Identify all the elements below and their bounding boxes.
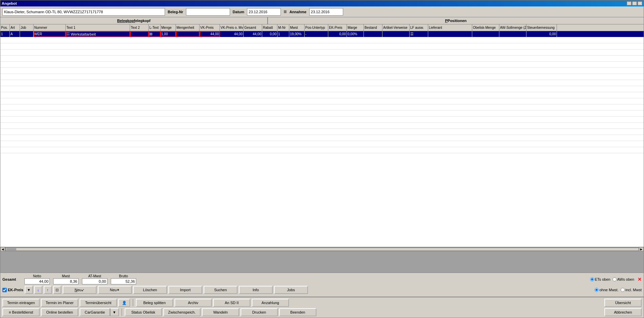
termin-planer-label: Termin im Planer [46,301,74,305]
abbrechen-button[interactable]: Abbrechen [604,308,642,316]
scroll-left-btn[interactable]: ◄ [0,247,5,251]
cell-marge: 0,00% [347,31,364,37]
wandeln-button[interactable]: Wandeln [202,308,239,316]
col-header-nummer: Nummer [34,24,66,31]
col-header-rabatt: Rabatt [262,24,277,31]
right-options: ETs oben AWs oben ✕ [590,277,642,282]
scrollbar-thumb[interactable] [6,248,16,251]
online-bestellen-button[interactable]: Online bestellen [41,308,78,316]
anzahlung-label: Anzahlung [262,301,279,305]
grid-scroll[interactable]: 1 A WER ☷ Werkstattarbeit ⊞ 1,00 [0,31,644,247]
uebersicht-button[interactable]: Übersicht [604,299,642,307]
horizontal-scrollbar[interactable]: ◄ ► [0,247,644,251]
scroll-right-btn[interactable]: ► [639,247,644,251]
status-obelisk-label: Status Obelisk [131,310,155,314]
image-button[interactable]: ⊡ [53,286,61,294]
close-button[interactable]: ✕ [638,1,642,5]
annahme-label: Annahme [289,10,306,14]
person-button[interactable]: 👤 [118,299,130,307]
termin-planer-button[interactable]: Termin im Planer [41,299,78,307]
totals-row: Gesamt Netto 44,00 Mwst 8,36 AT-Mwst [2,274,642,284]
cell-lfausw: ☰ [410,31,428,37]
table-row [0,147,644,153]
status-obelisk-button[interactable]: Status Obelisk [125,308,162,316]
person-icon: 👤 [122,301,127,305]
ekpreis-dropdown-button[interactable]: ▼ [25,286,33,294]
brutto-value: 52,36 [111,278,136,284]
col-header-awsoll: AW-Sollmenge (Ze [499,24,526,31]
at-mwst-group: AT-Mwst 0,00 [82,274,107,284]
minimize-button[interactable]: ─ [627,1,631,5]
termin-eintragen-button[interactable]: Termin eintragen [2,299,40,307]
cell-nummer: WER [34,31,66,37]
col-header-posuntertyp: Pos-Untertyp [305,24,328,31]
uebersicht-label: Übersicht [615,301,631,305]
menu-icon[interactable]: ≡ [284,9,287,15]
ets-oben-radio-item[interactable]: ETs oben [590,277,610,281]
archiv-button[interactable]: Archiv [174,299,212,307]
button-row: EK-Preis ▼ ↓ ↑ ⊡ Neu↙ Neu✶ [2,286,642,294]
netto-group: Netto 44,00 [24,274,50,284]
scrollbar-track[interactable] [5,247,639,251]
aws-oben-radio[interactable] [612,277,617,281]
anzahlung-button[interactable]: Anzahlung [252,299,289,307]
zwischenspeich-button[interactable]: Zwischenspeich. [163,308,201,316]
neu-kreuz-button[interactable]: Neu✶ [98,286,132,294]
col-header-text2: Text 2 [130,24,149,31]
table-row [0,74,644,80]
col-header-bestand: Bestand [364,24,382,31]
aws-oben-radio-item[interactable]: AWs oben [612,277,634,281]
ohne-mwst-item[interactable]: ohne Mwst. [595,288,618,292]
main-area: Belegkopfelegkopf PPositionen Pos. Art J… [0,17,644,297]
jobs-button[interactable]: Jobs [274,286,308,294]
table-row [0,49,644,56]
ets-oben-radio[interactable] [590,277,594,281]
drucken-button[interactable]: Drucken [241,308,278,316]
incl-mwst-item[interactable]: incl. Mwst [621,288,642,292]
positionen-header: PPositionen [268,17,644,24]
annahme-field[interactable]: 23.12.2016 [309,8,343,16]
ekpreis-checkbox[interactable] [2,288,7,292]
text1-icon: ☷ [66,32,70,36]
beleg-nr-field[interactable] [186,8,230,16]
cell-bestand [364,31,382,37]
cargarantie-button[interactable]: CarGarantie [80,308,110,316]
cell-steuer: 0,00 [526,31,557,37]
col-header-mengenh: Mengenheit [176,24,200,31]
arrow-down-icon: ↓ [37,288,39,292]
cell-text2 [130,31,149,37]
terminuebersicht-button[interactable]: Terminübersicht [80,299,117,307]
suchen-button[interactable]: Suchen [204,286,237,294]
table-row [0,104,644,111]
col-header-mwst: Mwst [289,24,305,31]
loeschen-button[interactable]: Löschen [133,286,167,294]
col-header-text1: Text 1 [66,24,130,31]
suchen-label: Suchen [214,288,227,292]
beleg-splitten-button[interactable]: Beleg splitten [136,299,173,307]
customer-field[interactable]: Klaus-Dieter, Schumann OD-TL 80, WVWZZZ1… [2,8,165,16]
info-button[interactable]: Info [239,286,273,294]
bestelldienst-button[interactable]: ≡ Bestelldienst [2,308,40,316]
lfausw-icon: ☰ [410,32,414,36]
ohne-mwst-radio[interactable] [595,288,599,292]
datum-field[interactable]: 23.12.2016 [247,8,281,16]
beenden-button[interactable]: Beenden [279,308,316,316]
col-header-obel: Obelisk-Menge [472,24,499,31]
incl-mwst-radio[interactable] [621,288,625,292]
drucken-label: Drucken [252,310,266,314]
footer-row-1: Termin eintragen Termin im Planer Termin… [2,299,642,307]
cargarantie-label: CarGarantie [85,310,105,314]
maximize-button[interactable]: □ [632,1,637,5]
grid-area: Pos. Art Job Nummer Text 1 Text 2 L-Text… [0,24,644,251]
an-sd-ii-button[interactable]: An SD II [213,299,250,307]
arrow-up-button[interactable]: ↑ [44,286,52,294]
col-header-vkpreis: VK-Preis [200,24,220,31]
close-x-button[interactable]: ✕ [638,277,642,282]
arrow-down-button[interactable]: ↓ [34,286,42,294]
cargarantie-dropdown-button[interactable]: ▼ [110,308,119,316]
table-row [0,117,644,123]
title-bar: Angebot ─ □ ✕ [0,0,644,6]
table-row[interactable]: 1 A WER ☷ Werkstattarbeit ⊞ 1,00 [0,31,644,37]
neu-pfeil-button[interactable]: Neu↙ [63,286,97,294]
import-button[interactable]: Import [168,286,202,294]
